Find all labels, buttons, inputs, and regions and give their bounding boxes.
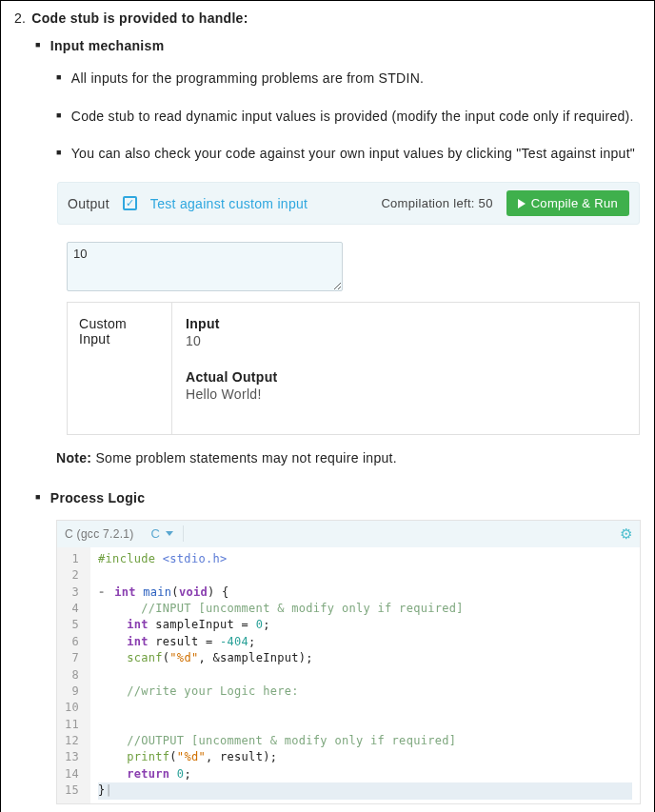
note-text: Some problem statements may not require … [91,450,397,465]
compilation-left: Compilation left: 50 [381,196,492,210]
language-select-label: C [151,526,161,541]
editor-bar: C (gcc 7.2.1) C ⚙ [57,521,640,547]
gear-icon[interactable]: ⚙ [620,525,632,543]
io-table-body: Input 10 Actual Output Hello World! [172,303,639,434]
custom-input-textarea-wrap [67,242,343,294]
section-process-logic: ■ Process Logic [35,487,641,510]
play-icon [518,199,526,208]
output-panel-bar: Output ✓ Test against custom input Compi… [57,182,640,225]
code-line[interactable] [98,717,632,733]
section-title: Input mechanism [50,35,165,58]
actual-output-heading: Actual Output [186,369,625,385]
language-select[interactable]: C [142,525,185,542]
code-line[interactable]: return 0; [98,766,632,782]
test-checkbox[interactable]: ✓ [123,196,137,210]
bullet-icon: ■ [35,35,41,58]
heading-numbered: 2. Code stub is provided to handle: [14,10,641,26]
code-line[interactable]: int result = -404; [98,634,632,650]
code-line[interactable]: scanf("%d", &sampleInput); [98,650,632,666]
code-line[interactable]: - int main(void) { [98,584,632,601]
bullet-icon: ■ [35,487,41,510]
code-body[interactable]: #include <stdio.h>- int main(void) { //I… [90,547,640,803]
io-table: Custom Input Input 10 Actual Output Hell… [67,302,640,435]
code-line[interactable] [98,700,632,716]
code-line[interactable] [98,567,632,584]
code-line[interactable] [98,667,632,683]
bullet-text: All inputs for the programming problems … [71,68,425,90]
section-input-mechanism: ■ Input mechanism [35,35,641,58]
im-bullet-3: ■ You can also check your code against y… [56,143,641,166]
input-heading: Input [186,316,625,331]
run-button-label: Compile & Run [531,196,618,210]
code-line[interactable]: //OUTPUT [uncomment & modify only if req… [98,733,632,749]
note-label: Note: [56,450,91,465]
heading-text: Code stub is provided to handle: [31,10,248,26]
custom-input-header: Custom Input [68,303,172,434]
code-line[interactable]: printf("%d", result); [98,749,632,765]
code-area[interactable]: 123456789101112131415 #include <stdio.h>… [57,547,640,803]
heading-number: 2. [14,10,26,26]
input-value: 10 [186,333,625,348]
code-editor: C (gcc 7.2.1) C ⚙ 123456789101112131415 … [56,520,641,804]
test-against-input-link[interactable]: Test against custom input [150,196,308,211]
code-line[interactable]: }| [98,782,632,799]
output-label: Output [68,196,109,211]
section-title: Process Logic [50,487,146,510]
im-bullet-2: ■ Code stub to read dynamic input values… [56,106,641,129]
bullet-icon: ■ [56,143,62,166]
code-line[interactable]: //write your Logic here: [98,683,632,700]
code-line[interactable]: int sampleInput = 0; [98,617,632,633]
code-gutter: 123456789101112131415 [57,547,90,803]
bullet-text: Code stub to read dynamic input values i… [71,106,634,129]
custom-input-textarea[interactable] [67,242,343,291]
compiler-label: C (gcc 7.2.1) [65,527,134,541]
compile-run-button[interactable]: Compile & Run [506,190,629,216]
bullet-icon: ■ [56,106,62,129]
actual-output-value: Hello World! [186,386,625,402]
code-line[interactable]: //INPUT [uncomment & modify only if requ… [98,601,632,617]
chevron-down-icon [166,531,173,536]
bullet-icon: ■ [56,68,62,90]
im-bullet-1: ■ All inputs for the programming problem… [56,68,641,90]
code-line[interactable]: #include <stdio.h> [98,551,632,567]
output-panel: Output ✓ Test against custom input Compi… [56,181,641,436]
note: Note: Some problem statements may not re… [56,447,641,470]
bullet-text: You can also check your code against you… [71,143,635,166]
